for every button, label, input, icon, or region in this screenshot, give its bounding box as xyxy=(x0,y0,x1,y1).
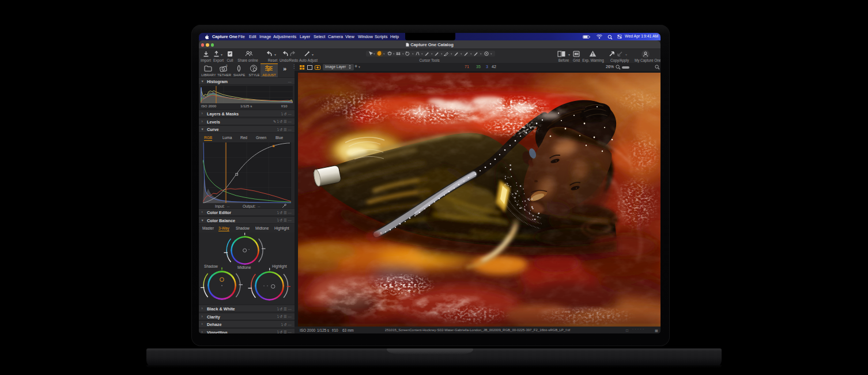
svg-text:▾: ▾ xyxy=(383,52,385,55)
svg-text:▾: ▾ xyxy=(441,52,443,55)
svg-text:▾: ▾ xyxy=(373,52,375,55)
svg-text:▾: ▾ xyxy=(412,52,414,55)
svg-text:▾: ▾ xyxy=(490,52,492,55)
svg-text:▾: ▾ xyxy=(470,52,472,55)
svg-text:▾: ▾ xyxy=(431,52,433,55)
svg-text:▾: ▾ xyxy=(451,52,452,55)
svg-text:▾: ▾ xyxy=(402,52,404,55)
svg-text:▾: ▾ xyxy=(393,52,395,55)
svg-text:▾: ▾ xyxy=(480,52,482,55)
svg-text:▾: ▾ xyxy=(421,52,423,55)
svg-text:▾: ▾ xyxy=(461,52,462,55)
svg-text:0: 0 xyxy=(226,65,228,68)
